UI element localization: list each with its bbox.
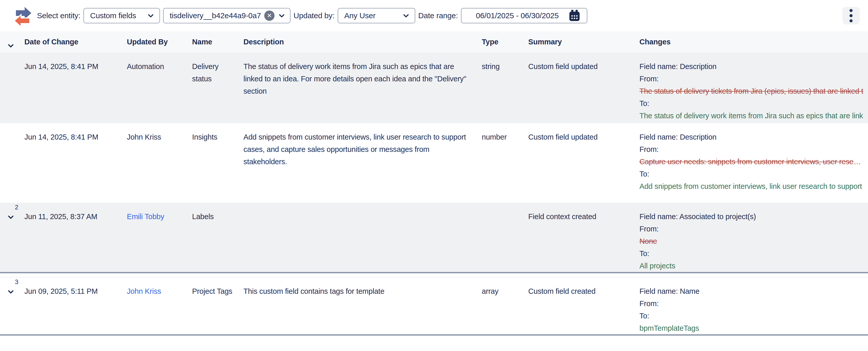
swap-arrows-logo-icon [13,4,32,27]
updated-by-dropdown[interactable]: Any User [338,8,415,23]
table-row: 2 Jun 11, 2025, 8:37 AM Emili Tobby Labe… [0,203,868,273]
filter-toolbar: Select entity: Custom fields tisdelivery… [0,0,868,31]
changes-cell: Field name: Associated to project(s) Fro… [640,203,868,272]
description-cell: This custom field contains tags for temp… [243,277,482,334]
to-value: Add snippets from customer interviews, l… [640,180,864,192]
changes-cell: Field name: Description From: The status… [640,52,868,123]
group-count-badge: 3 [15,279,18,285]
type-cell [482,203,528,272]
table-row: Jun 14, 2025, 8:41 PM Automation Deliver… [0,52,868,123]
to-label: To: [640,168,864,180]
updated-by-link[interactable]: Emili Tobby [127,212,164,221]
to-value: bpmTemplateTags [640,322,864,334]
name-cell: Labels [192,203,243,272]
from-label: From: [640,73,864,85]
from-label: From: [640,297,864,310]
summary-cell: Custom field updated [528,52,640,123]
description-cell: Add snippets from customer interviews, l… [243,123,482,200]
date-cell: Jun 11, 2025, 8:37 AM [24,203,127,272]
column-header-name: Name [192,38,243,46]
date-cell: Jun 14, 2025, 8:41 PM [24,123,127,200]
changes-cell: Field name: Name From: To: bpmTemplateTa… [640,277,868,334]
to-label: To: [640,310,864,322]
to-value: All projects [640,260,864,272]
from-value: None [640,235,864,247]
to-label: To: [640,247,864,260]
clear-icon[interactable]: ✕ [264,10,275,21]
expand-row-chevron-icon[interactable] [7,288,14,295]
chevron-down-icon [7,42,14,49]
summary-cell: Custom field updated [528,123,640,200]
calendar-icon[interactable] [569,10,580,22]
chevron-down-icon [278,12,285,19]
kebab-menu-button[interactable] [842,7,860,24]
updated-by-cell: John Kriss [127,123,192,200]
summary-cell: Field context created [528,203,640,272]
description-cell: The status of delivery work items from J… [243,52,482,123]
table-row: Jun 14, 2025, 8:41 PM John Kriss Insight… [0,123,868,200]
column-header-date: Date of Change [24,38,127,46]
field-name-line: Field name: Description [640,60,864,73]
date-range-value: 06/01/2025 - 06/30/2025 [476,11,559,20]
field-name-line: Field name: Description [640,131,864,143]
table-row: 3 Jun 09, 2025, 5:11 PM John Kriss Proje… [0,277,868,336]
description-cell [243,203,482,272]
date-cell: Jun 09, 2025, 5:11 PM [24,277,127,334]
from-value: The status of delivery tickets from Jira… [640,85,864,97]
chevron-down-icon [147,12,154,19]
type-cell: array [482,277,528,334]
name-cell: Project Tags [192,277,243,334]
entity-search-value: tisdelivery__b42e44a9-0a7… [170,11,262,20]
column-header-description: Description [243,38,482,46]
summary-cell: Custom field created [528,277,640,334]
from-label: From: [640,143,864,155]
date-cell: Jun 14, 2025, 8:41 PM [24,52,127,123]
changes-cell: Field name: Description From: Capture us… [640,123,868,200]
type-cell: number [482,123,528,200]
column-header-summary: Summary [528,38,640,46]
column-header-type: Type [482,38,528,46]
expand-all-toggle[interactable] [0,33,24,51]
type-cell: string [482,52,528,123]
to-label: To: [640,97,864,110]
date-range-input[interactable]: 06/01/2025 - 06/30/2025 [461,8,587,23]
from-value: Capture user needs: snippets from custom… [640,155,864,168]
column-header-updated-by: Updated By [127,38,192,46]
updated-by-link[interactable]: John Kriss [127,287,161,295]
entity-type-value: Custom fields [90,11,136,20]
updated-by-cell: Automation [127,52,192,123]
name-cell: Delivery status [192,52,243,123]
expand-row-chevron-icon[interactable] [7,213,14,221]
group-count-badge: 2 [15,204,18,210]
column-header-changes: Changes [640,38,868,46]
updated-by-label: Updated by: [293,11,335,20]
to-value: The status of delivery work items from J… [640,110,864,122]
chevron-down-icon [402,12,410,19]
field-name-line: Field name: Name [640,285,864,297]
select-entity-label: Select entity: [37,11,81,20]
kebab-icon [849,9,852,12]
from-label: From: [640,223,864,235]
entity-type-dropdown[interactable]: Custom fields [84,8,160,23]
name-cell: Insights [192,123,243,200]
field-name-line: Field name: Associated to project(s) [640,210,864,223]
table-header: Date of Change Updated By Name Descripti… [0,31,868,52]
entity-search-combobox[interactable]: tisdelivery__b42e44a9-0a7… ✕ [163,8,290,23]
date-range-label: Date range: [418,11,458,20]
updated-by-value: Any User [344,11,376,20]
